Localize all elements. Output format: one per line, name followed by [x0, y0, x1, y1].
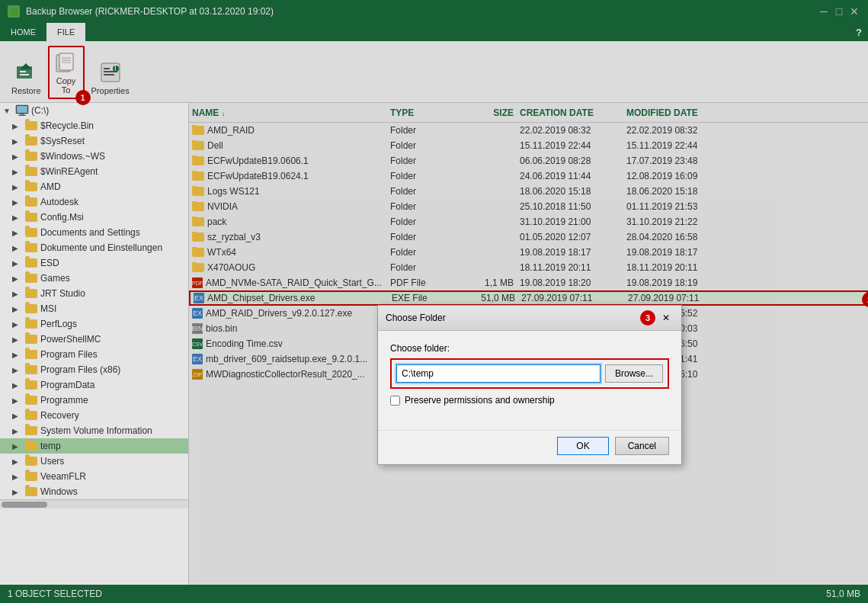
sidebar-item-windowsws[interactable]: ▶ $Windows.~WS	[0, 149, 188, 164]
ribbon-tabs: HOME FILE ?	[0, 23, 868, 41]
tree-root[interactable]: ▼ (C:\)	[0, 103, 188, 118]
svg-rect-16	[17, 106, 27, 113]
col-header-type[interactable]: TYPE	[387, 107, 448, 118]
table-row[interactable]: Dell Folder 15.11.2019 22:44 15.11.2019 …	[189, 138, 868, 153]
table-row[interactable]: X470AOUG Folder 18.11.2019 20:11 18.11.2…	[189, 260, 868, 275]
maximize-button[interactable]: □	[833, 5, 845, 18]
sidebar-item-msi[interactable]: ▶ MSI	[0, 301, 188, 316]
sidebar-item-dokumente[interactable]: ▶ Dokumente und Einstellungen	[0, 240, 188, 255]
step2-indicator: 2	[862, 292, 868, 307]
dialog-title-bar: Choose Folder 3 ✕	[378, 306, 681, 331]
properties-button[interactable]: i Properties	[86, 56, 135, 99]
sidebar-item-programdata[interactable]: ▶ ProgramData	[0, 377, 188, 393]
table-row[interactable]: pack Folder 31.10.2019 21:00 31.10.2019 …	[189, 214, 868, 229]
step1-indicator: 1	[75, 90, 91, 105]
window-title: Backup Browser (RICKMER-DESKTOP at 03.12…	[26, 6, 274, 17]
minimize-button[interactable]: ─	[818, 5, 830, 18]
folder-icon	[192, 248, 204, 257]
sidebar-item-programfiles[interactable]: ▶ Program Files	[0, 347, 188, 362]
folder-input[interactable]	[396, 364, 601, 383]
sidebar-item-users[interactable]: ▶ Users	[0, 454, 188, 469]
sidebar: ▼ (C:\) ▶ $Recycle.Bin ▶ $SysReset ▶	[0, 103, 189, 585]
sidebar-item-winreagent[interactable]: ▶ $WinREAgent	[0, 164, 188, 179]
svg-rect-18	[18, 115, 26, 116]
table-row-selected[interactable]: EXAMD_Chipset_Drivers.exe EXE File 51,0 …	[189, 290, 868, 306]
folder-icon	[192, 233, 204, 242]
folder-icon	[192, 202, 204, 211]
col-header-size[interactable]: SIZE	[448, 107, 517, 118]
pdf-icon: PDF	[192, 277, 203, 288]
sidebar-item-programfiles86[interactable]: ▶ Program Files (x86)	[0, 362, 188, 377]
sidebar-item-games[interactable]: ▶ Games	[0, 271, 188, 286]
tab-home[interactable]: HOME	[0, 23, 46, 41]
ribbon: HOME FILE ? Restore	[0, 23, 868, 103]
root-expander[interactable]: ▼	[3, 107, 15, 115]
svg-rect-10	[104, 68, 110, 69]
sidebar-item-perflogs[interactable]: ▶ PerfLogs	[0, 316, 188, 332]
sidebar-item-amd[interactable]: ▶ AMD	[0, 179, 188, 194]
restore-label: Restore	[11, 86, 41, 95]
main-area: ▼ (C:\) ▶ $Recycle.Bin ▶ $SysReset ▶	[0, 103, 868, 585]
status-bar: 1 OBJECT SELECTED 51,0 MB	[0, 585, 868, 603]
sidebar-scrollbar[interactable]	[0, 499, 188, 508]
table-row[interactable]: PDFAMD_NVMe-SATA_RAID_Quick_Start_G... P…	[189, 275, 868, 290]
close-button[interactable]: ✕	[848, 5, 860, 18]
browse-button[interactable]: Browse...	[605, 364, 663, 383]
col-header-modified[interactable]: MODIFIED DATE	[623, 107, 745, 118]
sidebar-item-programme[interactable]: ▶ Programme	[0, 393, 188, 408]
dialog-close-button[interactable]: ✕	[658, 310, 674, 326]
folder-icon	[192, 263, 204, 272]
sidebar-item-jrtstudio[interactable]: ▶ JRT Studio	[0, 286, 188, 301]
window-controls[interactable]: ─ □ ✕	[818, 5, 860, 18]
sidebar-item-esd[interactable]: ▶ ESD	[0, 255, 188, 271]
cancel-button[interactable]: Cancel	[615, 437, 669, 455]
table-row[interactable]: ECFwUpdateB19.0606.1 Folder 06.06.2019 0…	[189, 153, 868, 168]
folder-icon	[192, 141, 204, 150]
status-size: 51,0 MB	[826, 589, 860, 599]
table-row[interactable]: WTx64 Folder 19.08.2019 18:17 19.08.2019…	[189, 245, 868, 260]
copy-to-label: CopyTo	[56, 76, 76, 95]
exe-icon: EX	[192, 308, 203, 319]
table-row[interactable]: AMD_RAID Folder 22.02.2019 08:32 22.02.2…	[189, 123, 868, 138]
sidebar-item-sysreset[interactable]: ▶ $SysReset	[0, 133, 188, 149]
sidebar-item-windows[interactable]: ▶ Windows	[0, 484, 188, 499]
copy-icon	[54, 50, 78, 75]
table-row[interactable]: sz_ryzbal_v3 Folder 01.05.2020 12:07 28.…	[189, 229, 868, 245]
dialog-input-section: Browse...	[390, 358, 669, 389]
svg-rect-3	[20, 71, 26, 72]
sidebar-item-powershell[interactable]: ▶ PowerShellMC	[0, 332, 188, 347]
bin-icon: BIN	[192, 323, 203, 334]
folder-icon	[192, 217, 204, 226]
col-header-name[interactable]: NAME ↓	[189, 107, 387, 118]
svg-rect-12	[104, 74, 114, 75]
exe-icon: EX	[194, 293, 204, 303]
svg-rect-5	[59, 53, 73, 70]
sidebar-item-documents[interactable]: ▶ Documents and Settings	[0, 225, 188, 240]
sidebar-item-temp[interactable]: ▶ temp	[0, 438, 188, 454]
table-row[interactable]: ECFwUpdateB19.0624.1 Folder 24.06.2019 1…	[189, 168, 868, 184]
table-row[interactable]: Logs WS121 Folder 18.06.2020 15:18 18.06…	[189, 184, 868, 199]
help-button[interactable]: ?	[850, 23, 868, 41]
properties-label: Properties	[91, 86, 130, 95]
zip-icon: ZIP	[192, 369, 203, 380]
choose-folder-dialog[interactable]: Choose Folder 3 ✕ Choose folder: Browse.…	[377, 305, 682, 465]
preserve-permissions-checkbox[interactable]	[390, 396, 400, 406]
app-icon: 🌿	[8, 5, 20, 18]
svg-text:i: i	[114, 63, 117, 73]
restore-button[interactable]: Restore	[6, 56, 46, 99]
sidebar-item-veeamflr[interactable]: ▶ VeeamFLR	[0, 469, 188, 484]
sidebar-item-recyclebin[interactable]: ▶ $Recycle.Bin	[0, 118, 188, 133]
dialog-title: Choose Folder	[386, 313, 446, 323]
sidebar-item-autodesk[interactable]: ▶ Autodesk	[0, 194, 188, 210]
col-header-creation[interactable]: CREATION DATE	[517, 107, 623, 118]
properties-icon: i	[98, 60, 123, 85]
sidebar-item-recovery[interactable]: ▶ Recovery	[0, 408, 188, 423]
ribbon-content: Restore CopyTo 1	[0, 41, 868, 102]
ok-button[interactable]: OK	[557, 437, 608, 455]
sidebar-item-systemvolume[interactable]: ▶ System Volume Information	[0, 423, 188, 438]
sidebar-item-configmsi[interactable]: ▶ Config.Msi	[0, 210, 188, 225]
status-text: 1 OBJECT SELECTED	[8, 589, 102, 599]
tab-file[interactable]: FILE	[46, 23, 85, 41]
table-row[interactable]: NVIDIA Folder 25.10.2018 11:50 01.11.201…	[189, 199, 868, 214]
svg-rect-17	[20, 114, 24, 115]
